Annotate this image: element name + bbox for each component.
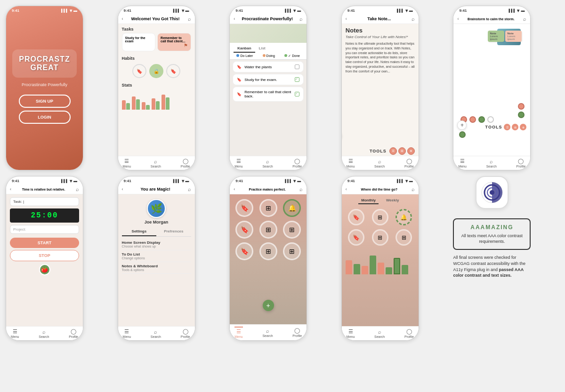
search-icon[interactable]: ⌕ (188, 16, 191, 22)
nav-profile[interactable]: ◯ Profile (292, 328, 302, 337)
nav-search[interactable]: ⌕ Search (374, 329, 385, 338)
stats-circle-3[interactable]: 🔔 (396, 209, 412, 225)
tool-icon-2[interactable]: ⊞ (398, 147, 406, 155)
habit-lg-2[interactable]: ⊞ (259, 199, 277, 217)
tab-settings[interactable]: Settings (122, 227, 157, 236)
tab-weekly[interactable]: Weekly (383, 197, 402, 204)
tab-monthly[interactable]: Monthly (358, 197, 379, 204)
tool-icon-3[interactable]: ⊕ (407, 147, 415, 155)
note-2[interactable]: Note Lorem ipsum (488, 31, 504, 42)
search-icon[interactable]: ⌕ (412, 16, 415, 22)
task-card-2[interactable]: Remember to call that client... ⚑ (157, 33, 191, 51)
node-5[interactable] (518, 103, 525, 110)
back-icon[interactable]: ‹ (346, 16, 347, 21)
node-2[interactable] (469, 116, 476, 123)
nav-search[interactable]: ⌕ Search (374, 159, 385, 168)
wb-tool-3[interactable]: ⊕ (520, 124, 526, 130)
nav-menu[interactable]: ☰ Menu (234, 327, 243, 338)
habit-lg-6[interactable]: ⊞ (283, 221, 301, 239)
profile-row-1[interactable]: Home Screen Display Choose what shows up (122, 239, 191, 250)
nav-search[interactable]: ⌕ Search (262, 159, 273, 168)
nav-profile[interactable]: ◯ Profile (292, 158, 302, 168)
nav-menu[interactable]: ☰ Menu (458, 158, 467, 168)
nav-search[interactable]: ⌕ Search (151, 159, 161, 168)
habit-circle-2[interactable]: 🔒 (149, 64, 163, 78)
start-button[interactable]: START (10, 238, 79, 248)
search-icon[interactable]: ⌕ (412, 186, 415, 192)
stats-circle-2[interactable]: ⊞ (372, 209, 388, 225)
stop-button[interactable]: STOP (10, 250, 79, 261)
habit-lg-8[interactable]: ⊞ (259, 242, 277, 260)
wb-tool-2[interactable]: ⊞ (512, 124, 518, 130)
wb-tool-1[interactable]: ☰ (504, 124, 510, 130)
nav-profile[interactable]: ◯ Profile (181, 328, 190, 338)
stats-circle-6[interactable]: ⊞ (396, 229, 412, 246)
back-icon[interactable]: ‹ (122, 187, 123, 192)
nav-menu[interactable]: ☰ Menu (347, 158, 355, 168)
task-card-1[interactable]: Study for the exam (122, 33, 156, 51)
kanban-task-3[interactable]: 🔖 Remember to call that client back. (233, 87, 304, 102)
login-button[interactable]: LOGIN (19, 111, 71, 124)
nav-profile[interactable]: ◯ Profile (404, 328, 414, 338)
tool-icon-1[interactable]: ☰ (389, 147, 397, 155)
back-icon[interactable]: ‹ (346, 187, 347, 192)
note-1[interactable]: Note Lorem ipsum (505, 31, 522, 42)
stats-circle-1[interactable]: 🔖 (348, 209, 364, 225)
search-icon[interactable]: ⌕ (76, 186, 79, 192)
node-bottom[interactable] (459, 131, 466, 138)
habit-lg-4[interactable]: 🔖 (235, 221, 253, 239)
task1-checkbox[interactable] (295, 64, 299, 69)
nav-profile[interactable]: ◯ Profile (404, 158, 414, 168)
node-3[interactable] (478, 116, 485, 123)
back-icon[interactable]: ‹ (10, 187, 11, 192)
tab-kanban[interactable]: Kanban (234, 45, 255, 53)
habit-lg-3[interactable]: 🔔 (283, 199, 301, 217)
project-input[interactable]: Project: (10, 225, 79, 234)
nav-search[interactable]: ⌕ Search (486, 159, 497, 168)
node-6[interactable] (518, 112, 525, 118)
search-icon[interactable]: ⌕ (523, 16, 526, 22)
nav-menu[interactable]: ☰ Menu (123, 328, 131, 338)
nav-search[interactable]: ⌕ Search (262, 328, 273, 337)
search-icon[interactable]: ⌕ (188, 186, 191, 192)
node-4[interactable] (487, 116, 494, 123)
task2-checkbox[interactable] (295, 77, 299, 82)
search-icon[interactable]: ⌕ (299, 16, 303, 22)
task3-checkbox[interactable] (295, 92, 299, 96)
back-icon[interactable]: ‹ (234, 16, 235, 21)
back-icon[interactable]: ‹ (234, 187, 235, 192)
tab-preferences[interactable]: Prefrences (156, 227, 191, 236)
nav-profile[interactable]: ◯ Profile (69, 328, 78, 338)
nav-search[interactable]: ⌕ Search (151, 329, 161, 338)
habits-fab[interactable]: + (263, 300, 274, 311)
kanban-task-1[interactable]: 🔖 Water the plants (233, 61, 304, 72)
habit-circle-3[interactable]: 🔖 (166, 64, 180, 78)
stats-circle-4[interactable]: 🔖 (348, 229, 364, 246)
back-icon[interactable]: ‹ (457, 16, 459, 21)
back-icon[interactable]: ‹ (122, 16, 123, 21)
nav-search[interactable]: ⌕ Search (39, 329, 49, 338)
habit-lg-7[interactable]: 🔖 (235, 242, 253, 260)
kanban-task-2[interactable]: 🔖 Study for the exam. (233, 74, 304, 85)
profile-row-2[interactable]: To Do List Change options (122, 250, 191, 262)
search-icon[interactable]: ⌕ (299, 186, 303, 192)
habit-circle-1[interactable]: 🔖 (132, 64, 146, 78)
nav-menu[interactable]: ☰ Menu (123, 158, 131, 168)
habit-lg-5[interactable]: ⊞ (259, 221, 277, 239)
nav-profile[interactable]: ◯ Profile (517, 158, 526, 168)
habit-lg-9[interactable]: ⊞ (283, 242, 301, 260)
fab-button-wb[interactable]: + (457, 120, 467, 130)
nav-menu[interactable]: ☰ Menu (347, 328, 355, 338)
signup-button[interactable]: SIGN UP (19, 95, 71, 108)
task-input[interactable]: Task: | (10, 197, 79, 206)
nav-menu[interactable]: ☰ Menu (234, 158, 243, 168)
status-bar-2: 9:41 (118, 6, 195, 14)
habit-lg-1[interactable]: 🔖 (235, 199, 253, 217)
stats-circle-5[interactable]: ⊞ (372, 229, 388, 246)
status-bar-6: 9:41 (6, 176, 83, 184)
tab-list[interactable]: List (255, 45, 269, 53)
profile-row-3[interactable]: Notes & Whiteboard Tools & options (122, 262, 191, 274)
signal-icon (285, 8, 292, 13)
nav-menu[interactable]: ☰ Menu (11, 328, 19, 338)
nav-profile[interactable]: ◯ Profile (181, 158, 190, 168)
